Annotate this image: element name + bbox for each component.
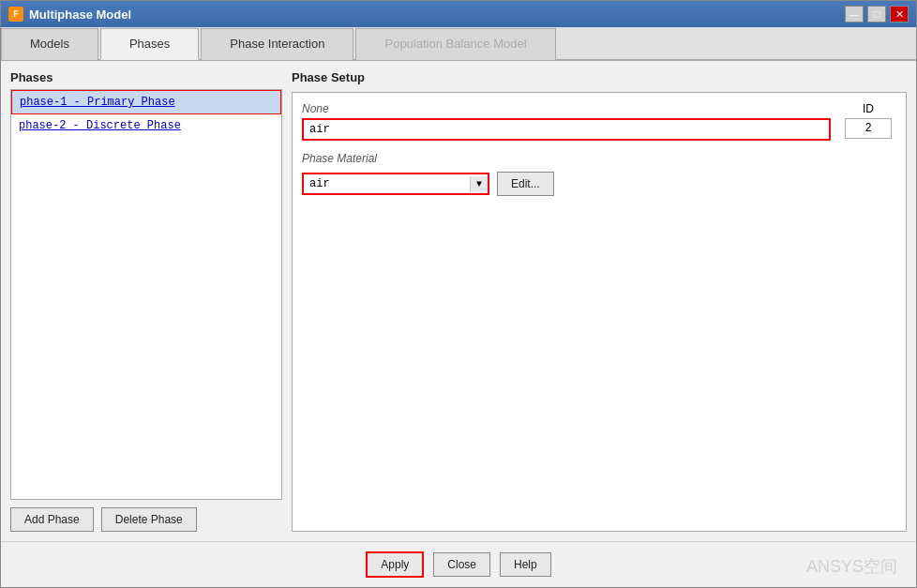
add-phase-button[interactable]: Add Phase [10, 507, 94, 532]
right-panel: Phase Setup None ID Phase Material [292, 70, 907, 532]
material-select-wrapper[interactable]: air ▼ [302, 173, 489, 195]
setup-content: None ID Phase Material air ▼ [292, 92, 907, 532]
edit-material-button[interactable]: Edit... [497, 172, 554, 196]
close-window-button[interactable]: ✕ [890, 6, 909, 23]
app-icon: F [8, 7, 23, 22]
material-label: Phase Material [302, 152, 896, 165]
phases-list: phase-1 - Primary Phase phase-2 - Discre… [10, 89, 282, 500]
maximize-button[interactable]: □ [867, 6, 886, 23]
material-row: Phase Material air ▼ Edit... [302, 152, 896, 196]
material-dropdown-arrow[interactable]: ▼ [470, 176, 488, 192]
name-row: None ID [302, 102, 896, 141]
minimize-button[interactable]: — [845, 6, 864, 23]
delete-phase-button[interactable]: Delete Phase [101, 507, 197, 532]
title-bar-left: F Multiphase Model [8, 7, 131, 22]
title-controls: — □ ✕ [845, 6, 909, 23]
watermark: ANSYS空间 [806, 555, 897, 578]
tab-models[interactable]: Models [1, 28, 98, 60]
tabs-bar: Models Phases Phase Interaction Populati… [1, 27, 916, 61]
help-button[interactable]: Help [500, 552, 551, 577]
main-window: F Multiphase Model — □ ✕ Models Phases P… [0, 0, 917, 588]
material-select-text: air [304, 174, 470, 193]
name-label: None [302, 102, 831, 115]
tab-phase-interaction[interactable]: Phase Interaction [201, 28, 353, 60]
id-col: ID [840, 102, 896, 139]
title-bar: F Multiphase Model — □ ✕ [1, 1, 916, 27]
phase-setup-label: Phase Setup [292, 70, 907, 84]
tab-phases[interactable]: Phases [100, 28, 199, 60]
phase-id-input[interactable] [845, 118, 892, 139]
apply-button[interactable]: Apply [366, 551, 424, 578]
material-controls: air ▼ Edit... [302, 172, 896, 196]
phase-name-input[interactable] [302, 118, 831, 141]
window-title: Multiphase Model [29, 8, 131, 22]
footer: Apply Close Help ANSYS空间 [1, 541, 916, 587]
phase-item-2[interactable]: phase-2 - Discrete Phase [11, 114, 281, 137]
phase-item-1[interactable]: phase-1 - Primary Phase [11, 90, 281, 114]
phases-label: Phases [10, 70, 282, 84]
id-label: ID [863, 102, 874, 115]
close-button[interactable]: Close [433, 552, 490, 577]
bottom-buttons: Add Phase Delete Phase [10, 507, 282, 532]
content-area: Phases phase-1 - Primary Phase phase-2 -… [1, 61, 916, 541]
left-panel: Phases phase-1 - Primary Phase phase-2 -… [10, 70, 282, 532]
tab-population-balance[interactable]: Population Balance Model [355, 28, 555, 60]
name-col: None [302, 102, 831, 141]
